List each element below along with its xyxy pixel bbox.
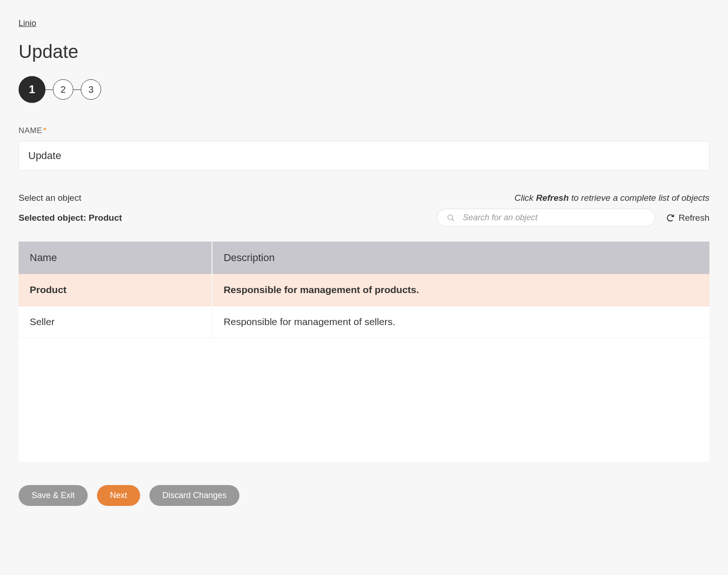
refresh-hint: Click Refresh to retrieve a complete lis… <box>515 193 709 203</box>
hint-bold: Refresh <box>536 193 569 203</box>
table-row[interactable]: Seller Responsible for management of sel… <box>19 306 709 338</box>
step-connector <box>45 89 53 90</box>
refresh-label: Refresh <box>678 213 709 223</box>
svg-line-1 <box>452 219 455 221</box>
hint-suffix: to retrieve a complete list of objects <box>569 193 709 203</box>
search-icon <box>447 214 455 222</box>
refresh-button[interactable]: Refresh <box>666 213 709 223</box>
main-container: Linio Update 1 2 3 NAME* Select an objec… <box>19 19 709 506</box>
selected-prefix: Selected object: <box>19 213 89 223</box>
name-field-label: NAME* <box>19 126 709 135</box>
search-input[interactable] <box>463 213 645 223</box>
required-asterisk: * <box>43 126 46 135</box>
object-section-header: Select an object Click Refresh to retrie… <box>19 193 709 203</box>
search-refresh-group: Refresh <box>437 209 709 227</box>
step-1[interactable]: 1 <box>19 76 45 103</box>
col-description-header: Description <box>212 242 709 274</box>
search-box[interactable] <box>437 209 655 227</box>
col-name-header: Name <box>19 242 212 274</box>
name-label-text: NAME <box>19 126 42 135</box>
step-3[interactable]: 3 <box>81 79 101 100</box>
selected-value: Product <box>89 213 122 223</box>
svg-point-0 <box>448 215 453 220</box>
row-name-cell: Product <box>19 274 212 306</box>
object-table: Name Description Product Responsible for… <box>19 242 709 338</box>
row-description-cell: Responsible for management of sellers. <box>212 306 709 338</box>
step-2[interactable]: 2 <box>53 79 73 100</box>
select-object-label: Select an object <box>19 193 81 203</box>
table-row[interactable]: Product Responsible for management of pr… <box>19 274 709 306</box>
page-title: Update <box>19 41 709 62</box>
breadcrumb-link[interactable]: Linio <box>19 19 36 28</box>
selected-object-label: Selected object: Product <box>19 213 122 223</box>
object-section-controls: Selected object: Product Refresh <box>19 209 709 227</box>
next-button[interactable]: Next <box>97 485 140 506</box>
discard-button[interactable]: Discard Changes <box>149 485 239 506</box>
row-description-cell: Responsible for management of products. <box>212 274 709 306</box>
hint-prefix: Click <box>515 193 536 203</box>
stepper: 1 2 3 <box>19 76 709 103</box>
footer-buttons: Save & Exit Next Discard Changes <box>19 485 709 506</box>
step-connector <box>73 89 81 90</box>
save-exit-button[interactable]: Save & Exit <box>19 485 88 506</box>
name-input[interactable] <box>19 141 709 171</box>
refresh-icon <box>666 214 675 222</box>
object-table-container: Name Description Product Responsible for… <box>19 242 709 462</box>
row-name-cell: Seller <box>19 306 212 338</box>
